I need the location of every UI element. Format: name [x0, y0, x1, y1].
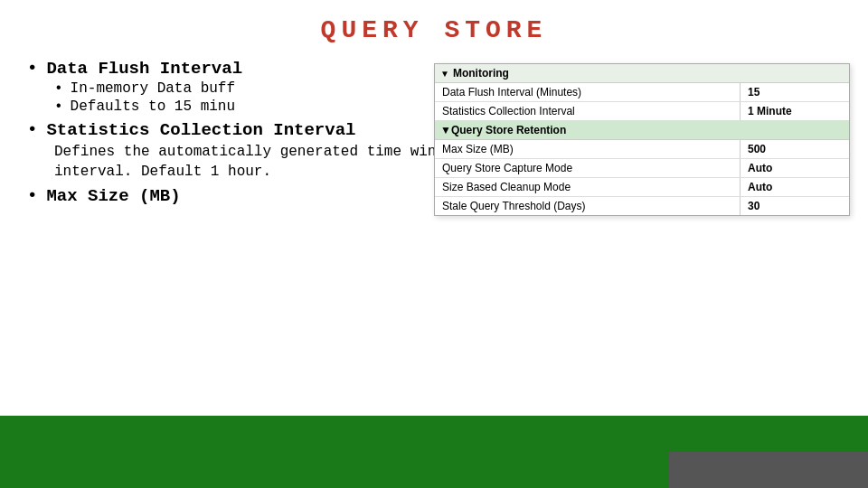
retention-header: ▼ Query Store Retention — [435, 121, 849, 140]
cleanup-mode-label: Size Based Cleanup Mode — [435, 178, 741, 196]
stats-interval-value: 1 Minute — [741, 102, 849, 120]
capture-mode-label: Query Store Capture Mode — [435, 159, 741, 177]
table-row: Query Store Capture Mode Auto — [435, 159, 849, 178]
bottom-bar-dark — [669, 452, 868, 488]
max-size-value: 500 — [741, 140, 849, 158]
table-row: Stale Query Threshold (Days) 30 — [435, 197, 849, 215]
flush-interval-value: 15 — [741, 83, 849, 101]
table-row: Size Based Cleanup Mode Auto — [435, 178, 849, 197]
properties-panel: ▼ Monitoring Data Flush Interval (Minute… — [434, 63, 859, 216]
flush-interval-label: Data Flush Interval (Minutes) — [435, 83, 741, 101]
table-row: Data Flush Interval (Minutes) 15 — [435, 83, 849, 102]
table-row: Statistics Collection Interval 1 Minute — [435, 102, 849, 121]
max-size-label: Max Size (MB) — [435, 140, 741, 158]
table-row: Max Size (MB) 500 — [435, 140, 849, 159]
retention-arrow: ▼ — [440, 124, 451, 136]
props-table: ▼ Monitoring Data Flush Interval (Minute… — [434, 63, 850, 216]
stats-interval-label: Statistics Collection Interval — [435, 102, 741, 120]
stale-threshold-value: 30 — [741, 197, 849, 215]
stale-threshold-label: Stale Query Threshold (Days) — [435, 197, 741, 215]
page-title: QUERY STORE — [0, 0, 868, 53]
monitoring-arrow: ▼ — [440, 69, 449, 79]
monitoring-header: ▼ Monitoring — [435, 64, 849, 83]
capture-mode-value: Auto — [741, 159, 849, 177]
cleanup-mode-value: Auto — [741, 178, 849, 196]
